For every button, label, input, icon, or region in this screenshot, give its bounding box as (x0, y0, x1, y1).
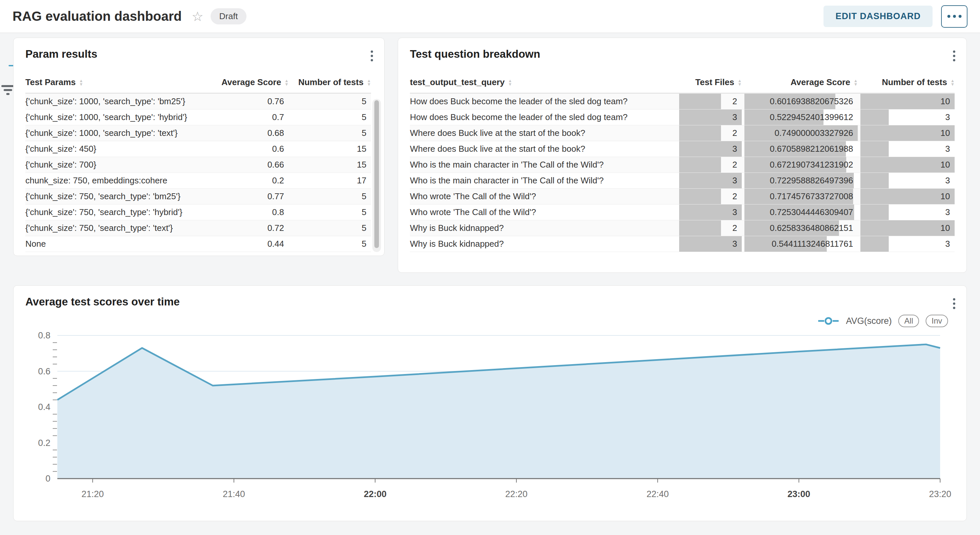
table-row: Why is Buck kidnapped?20.625833648086215… (410, 220, 955, 236)
data-bar (861, 141, 889, 157)
question-breakdown-rows: How does Buck become the leader of the s… (410, 94, 955, 252)
line-chart[interactable]: 00.20.40.60.821:2021:4022:0022:2022:4023… (14, 332, 967, 521)
cell-number-of-tests: 5 (289, 188, 371, 204)
kebab-menu-icon[interactable] (950, 48, 958, 64)
ellipsis-icon (953, 15, 956, 18)
cell-test-files: 2 (679, 94, 742, 109)
table-row: Who wrote 'The Call of the Wild'?20.7174… (410, 188, 955, 204)
column-header-test-output-test-query[interactable]: test_output_test_query ▲▼ (410, 77, 676, 88)
cell-value: 0.749000003327926 (775, 128, 853, 138)
table-row: Who is the main character in 'The Call o… (410, 173, 955, 188)
cell-value: 3 (733, 144, 737, 154)
cell-value: 10 (940, 160, 950, 170)
favorite-star-icon[interactable]: ☆ (191, 10, 203, 23)
svg-text:21:20: 21:20 (81, 489, 104, 499)
sort-icon: ▲▼ (508, 79, 512, 86)
legend-inv-button[interactable]: Inv (926, 315, 948, 327)
cell-average-score: 0.76 (211, 94, 289, 109)
more-options-button[interactable] (941, 5, 967, 28)
data-bar (861, 204, 889, 220)
cell-average-score: 0.2 (211, 173, 289, 188)
svg-text:0.8: 0.8 (38, 332, 51, 340)
cell-test-files: 3 (679, 236, 742, 252)
cell-value: 0.5229452401399612 (770, 112, 853, 122)
edit-dashboard-button[interactable]: EDIT DASHBOARD (824, 6, 932, 27)
cell-average-score: 0.6705898212061988 (745, 141, 858, 157)
scrollbar-thumb[interactable] (374, 100, 379, 248)
column-header-number-of-tests[interactable]: Number of tests ▲▼ (861, 77, 955, 88)
cell-test-files: 3 (679, 110, 742, 125)
cell-number-of-tests: 5 (289, 204, 371, 220)
data-bar (679, 125, 721, 141)
cell-average-score: 0.5441113246811761 (745, 236, 858, 252)
cell-average-score: 0.72 (211, 220, 289, 236)
cell-test-files: 2 (679, 220, 742, 236)
cell-number-of-tests: 10 (861, 94, 955, 109)
cell-average-score: 0.7 (211, 110, 289, 125)
cell-value: 0.6016938820675326 (770, 96, 853, 107)
legend-all-button[interactable]: All (898, 315, 919, 327)
cell-query: How does Buck become the leader of the s… (410, 94, 676, 109)
svg-text:21:40: 21:40 (223, 489, 245, 499)
cell-query: Who wrote 'The Call of the Wild'? (410, 204, 676, 220)
cell-value: 0.6705898212061988 (770, 144, 853, 154)
cell-number-of-tests: 5 (289, 94, 371, 109)
column-header-test-files[interactable]: Test Files ▲▼ (679, 77, 742, 88)
cell-test-params: {'chunk_size': 750, 'search_type': 'hybr… (25, 204, 211, 220)
cell-test-params: chunk_size: 750, embeddings:cohere (25, 173, 211, 188)
kebab-menu-icon[interactable] (368, 48, 375, 64)
legend-series-label[interactable]: AVG(score) (846, 316, 892, 326)
ellipsis-icon (959, 15, 961, 18)
cell-number-of-tests: 10 (861, 157, 955, 172)
cell-value: 2 (733, 160, 737, 170)
cell-average-score: 0.749000003327926 (745, 125, 858, 141)
data-bar (679, 188, 721, 204)
table-row: How does Buck become the leader of the s… (410, 94, 955, 110)
kebab-menu-icon[interactable] (950, 295, 958, 312)
param-results-card: Param results Test Params ▲▼ Average Sco… (13, 38, 385, 256)
legend-line-marker-icon[interactable] (818, 316, 839, 326)
cell-number-of-tests: 3 (861, 110, 955, 125)
cell-average-score: 0.8 (211, 204, 289, 220)
cell-number-of-tests: 5 (289, 110, 371, 125)
cell-value: 2 (733, 128, 737, 138)
cell-number-of-tests: 3 (861, 236, 955, 252)
cell-average-score: 0.5229452401399612 (745, 110, 858, 125)
cell-average-score: 0.44 (211, 236, 289, 252)
cell-number-of-tests: 3 (861, 173, 955, 188)
cell-average-score: 0.7174576733727008 (745, 188, 858, 204)
sort-icon: ▲▼ (285, 79, 289, 86)
svg-text:22:20: 22:20 (505, 489, 528, 499)
cell-value: 3 (733, 207, 737, 217)
cell-average-score: 0.68 (211, 125, 289, 141)
svg-text:22:00: 22:00 (364, 489, 387, 499)
question-breakdown-card: Test question breakdown test_output_test… (398, 38, 967, 273)
cell-average-score: 0.6016938820675326 (745, 94, 858, 109)
sort-icon: ▲▼ (737, 79, 742, 86)
sort-icon: ▲▼ (79, 79, 83, 86)
column-header-average-score[interactable]: Average Score ▲▼ (745, 77, 858, 88)
cell-value: 3 (945, 176, 950, 186)
cell-value: 0.7174576733727008 (770, 191, 853, 201)
table-scrollbar[interactable] (372, 99, 381, 252)
cell-number-of-tests: 10 (861, 125, 955, 141)
column-header-test-params[interactable]: Test Params ▲▼ (25, 77, 211, 88)
column-header-number-of-tests[interactable]: Number of tests ▲▼ (289, 77, 371, 88)
data-bar (861, 173, 889, 188)
svg-text:0.2: 0.2 (38, 438, 51, 448)
column-header-average-score[interactable]: Average Score ▲▼ (211, 77, 289, 88)
table-row: Where does Buck live at the start of the… (410, 125, 955, 141)
cell-test-params: None (25, 236, 211, 252)
cell-average-score: 0.7229588826497396 (745, 173, 858, 188)
cell-average-score: 0.7253044446309407 (745, 204, 858, 220)
cell-average-score: 0.6 (211, 141, 289, 157)
table-row: How does Buck become the leader of the s… (410, 110, 955, 125)
cell-test-params: {'chunk_size': 700} (25, 157, 211, 172)
table-row: {'chunk_size': 700}0.6615 (25, 157, 371, 173)
cell-value: 2 (733, 223, 737, 233)
table-row: {'chunk_size': 1000, 'search_type': 'hyb… (25, 110, 371, 125)
sort-icon: ▲▼ (853, 79, 858, 86)
svg-text:0: 0 (46, 474, 51, 484)
svg-text:0.6: 0.6 (38, 366, 51, 376)
data-bar (861, 110, 889, 125)
